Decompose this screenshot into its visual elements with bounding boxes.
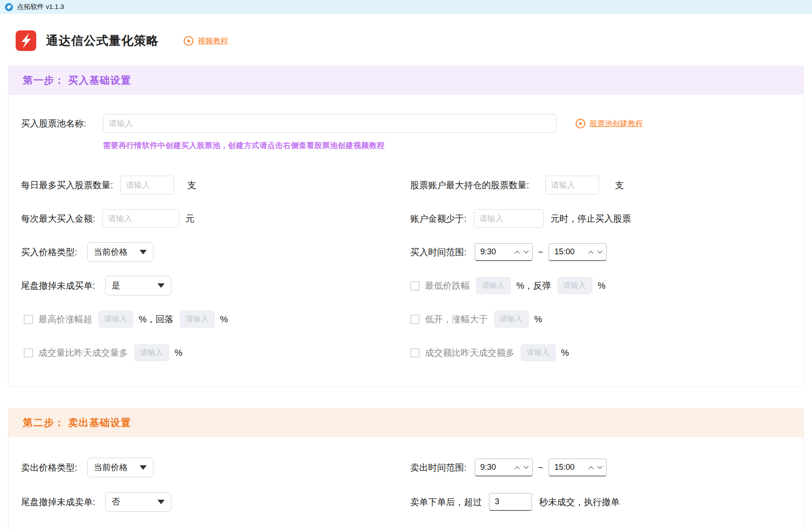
low-dip-input[interactable] xyxy=(476,277,511,294)
low-dip-rebound-input[interactable] xyxy=(557,277,592,294)
sell-time-end[interactable] xyxy=(548,459,607,476)
order-timeout-prefix: 卖单下单后，超过 xyxy=(410,496,482,508)
high-rise-input[interactable] xyxy=(98,311,133,328)
sell-price-type-value: 当前价格 xyxy=(94,462,128,473)
sell-price-type-label: 卖出价格类型: xyxy=(21,462,77,474)
play-circle-icon xyxy=(575,118,586,129)
low-dip-label: 最低价跌幅 xyxy=(425,280,470,292)
caret-down-icon xyxy=(157,283,165,288)
buy-time-start-input[interactable] xyxy=(480,247,506,257)
daily-max-label: 每日最多买入股票数量: xyxy=(21,179,113,191)
high-rise-fallback-input[interactable] xyxy=(180,311,215,328)
turnover-more-checkbox[interactable] xyxy=(410,348,420,358)
pool-tutorial-link-group[interactable]: 股票池创建教程 xyxy=(575,118,643,129)
time-spinners xyxy=(589,466,602,469)
buy-time-end-input[interactable] xyxy=(554,247,580,257)
sell-section-title: 第二步： 卖出基础设置 xyxy=(23,416,132,430)
brand-logo-icon xyxy=(16,30,36,51)
chevron-up-icon[interactable] xyxy=(514,251,519,256)
buy-time-range-label: 买入时间范围: xyxy=(410,246,467,258)
time-range-tilde: ~ xyxy=(538,247,544,257)
titlebar: 点拓软件 v1.1.3 xyxy=(0,0,812,14)
buy-row-price-type: 买入价格类型: 当前价格 买入时间范围: ~ xyxy=(21,242,803,262)
sell-cancel-value: 否 xyxy=(112,496,120,508)
sell-cancel-select[interactable]: 否 xyxy=(105,492,171,512)
sell-section-header: 第二步： 卖出基础设置 xyxy=(9,409,803,437)
chevron-down-icon[interactable] xyxy=(598,248,603,253)
buy-settings-card: 第一步： 买入基础设置 买入股票池名称: 股票池创建教程 需要再行情软件中创建买… xyxy=(8,66,804,387)
sell-time-start[interactable] xyxy=(475,459,533,476)
chevron-down-icon[interactable] xyxy=(598,464,603,468)
high-rise-checkbox[interactable] xyxy=(24,315,33,324)
volume-more-input[interactable] xyxy=(134,344,169,361)
sell-settings-card: 第二步： 卖出基础设置 卖出价格类型: 当前价格 卖出时间范围: xyxy=(8,408,804,531)
low-open-suffix: % xyxy=(534,314,542,324)
low-dip-mid: %，反弹 xyxy=(516,280,551,292)
chevron-up-icon[interactable] xyxy=(514,466,519,471)
pool-tutorial-link[interactable]: 股票池创建教程 xyxy=(590,118,643,129)
time-spinners xyxy=(515,250,528,254)
sell-cancel-label: 尾盘撤掉未成卖单: xyxy=(21,496,95,508)
video-tutorial-link[interactable]: 视频教程 xyxy=(198,36,228,46)
buy-row-daily-max: 每日最多买入股票数量: 支 股票账户最大持仓的股票数量: 支 xyxy=(21,175,803,195)
sell-time-end-input[interactable] xyxy=(554,463,580,472)
time-spinners xyxy=(589,250,602,254)
balance-stop-input[interactable] xyxy=(474,209,544,228)
daily-max-unit: 支 xyxy=(187,179,196,191)
sell-row-price-type: 卖出价格类型: 当前价格 卖出时间范围: ~ xyxy=(21,458,803,477)
buy-cancel-select[interactable]: 是 xyxy=(105,276,171,295)
low-open-input[interactable] xyxy=(494,311,529,328)
time-spinners xyxy=(515,466,528,469)
buy-pool-label: 买入股票池名称: xyxy=(21,118,94,130)
low-dip-checkbox[interactable] xyxy=(410,281,420,291)
chevron-up-icon[interactable] xyxy=(589,251,594,256)
page-title: 通达信公式量化策略 xyxy=(46,33,159,49)
buy-row-cancel-unfilled: 尾盘撤掉未成买单: 是 最低价跌幅 %，反弹 % xyxy=(21,276,803,295)
volume-more-suffix: % xyxy=(174,348,183,358)
caret-down-icon xyxy=(140,250,147,254)
chevron-down-icon[interactable] xyxy=(523,248,528,253)
buy-section-body: 买入股票池名称: 股票池创建教程 需要再行情软件中创建买入股票池，创建方式请点击… xyxy=(9,95,803,387)
app-header: 通达信公式量化策略 视频教程 xyxy=(16,30,812,51)
turnover-more-suffix: % xyxy=(561,348,569,358)
buy-row-max-amount: 每次最大买入金额: 元 账户金额少于: 元时，停止买入股票 xyxy=(21,209,803,228)
account-max-label: 股票账户最大持仓的股票数量: xyxy=(410,179,529,191)
balance-stop-suffix: 元时，停止买入股票 xyxy=(551,213,631,225)
order-timeout-suffix: 秒未成交，执行撤单 xyxy=(539,496,620,508)
buy-cancel-label: 尾盘撤掉未成买单: xyxy=(21,280,95,292)
sell-price-type-select[interactable]: 当前价格 xyxy=(87,458,153,477)
max-amount-input[interactable] xyxy=(102,209,179,228)
buy-price-type-select[interactable]: 当前价格 xyxy=(87,242,153,262)
chevron-down-icon[interactable] xyxy=(523,464,528,468)
app-title: 点拓软件 v1.1.3 xyxy=(17,3,64,11)
buy-pool-input[interactable] xyxy=(103,114,557,133)
app-window: 点拓软件 v1.1.3 通达信公式量化策略 视频教程 第一步： 买入基础设置 买… xyxy=(0,0,812,531)
sell-time-start-input[interactable] xyxy=(480,463,506,472)
sell-section-body: 卖出价格类型: 当前价格 卖出时间范围: ~ xyxy=(9,437,803,512)
buy-price-type-label: 买入价格类型: xyxy=(21,246,77,258)
buy-time-end[interactable] xyxy=(548,243,607,261)
balance-stop-label: 账户金额少于: xyxy=(410,213,467,225)
buy-row-high-rise: 最高价涨幅超 %，回落 % 低开，涨幅大于 % xyxy=(21,309,803,329)
daily-max-input[interactable] xyxy=(120,176,174,194)
video-tutorial-link-group[interactable]: 视频教程 xyxy=(183,36,228,46)
buy-row-volume: 成交量比昨天成交量多 % 成交额比昨天成交额多 % xyxy=(21,343,803,362)
order-timeout-input[interactable] xyxy=(489,493,532,511)
account-max-unit: 支 xyxy=(615,179,624,191)
caret-down-icon xyxy=(157,500,165,504)
high-rise-suffix: % xyxy=(220,314,228,324)
buy-pool-hint-row: 需要再行情软件中创建买入股票池，创建方式请点击右侧查看股票池创建视频教程 xyxy=(103,140,803,151)
chevron-up-icon[interactable] xyxy=(589,466,594,471)
max-amount-unit: 元 xyxy=(186,213,195,225)
turnover-more-input[interactable] xyxy=(521,344,556,361)
low-dip-suffix: % xyxy=(598,281,606,291)
buy-section-header: 第一步： 买入基础设置 xyxy=(9,66,803,95)
time-range-tilde: ~ xyxy=(538,463,544,473)
buy-time-start[interactable] xyxy=(475,243,533,261)
volume-more-label: 成交量比昨天成交量多 xyxy=(38,347,128,359)
caret-down-icon xyxy=(140,465,147,470)
max-amount-label: 每次最大买入金额: xyxy=(21,213,95,225)
low-open-checkbox[interactable] xyxy=(410,315,420,324)
volume-more-checkbox[interactable] xyxy=(24,348,33,358)
account-max-input[interactable] xyxy=(545,176,599,194)
